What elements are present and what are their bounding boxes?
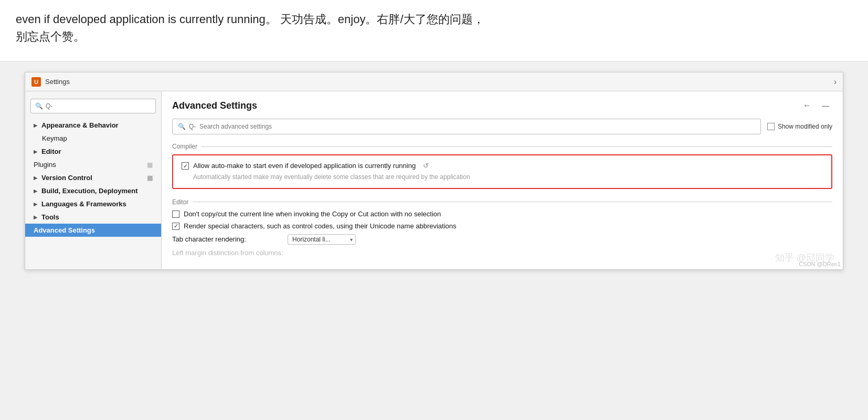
- sidebar-item-label: Languages & Frameworks: [41, 200, 126, 208]
- sidebar-item-build-execution[interactable]: ▶ Build, Execution, Deployment: [25, 184, 161, 197]
- top-line2: 别忘点个赞。: [16, 28, 852, 45]
- show-modified-row: Show modified only: [767, 123, 832, 130]
- copy-cut-checkbox[interactable]: [172, 211, 179, 218]
- chevron-right-icon: ▶: [34, 202, 37, 207]
- main-header: Advanced Settings ← —: [172, 100, 832, 111]
- compiler-checkbox-row: Allow auto-make to start even if develop…: [182, 162, 823, 170]
- editor-checkbox-row-2: Render special characters, such as contr…: [172, 222, 832, 230]
- compiler-section: Compiler Allow auto-make to start even i…: [172, 143, 832, 189]
- tab-rendering-select[interactable]: Horizontal li...: [288, 234, 356, 245]
- sidebar-item-keymap[interactable]: Keymap: [25, 132, 161, 145]
- sidebar-item-appearance[interactable]: ▶ Appearance & Behavior: [25, 119, 161, 132]
- sidebar-item-advanced-settings[interactable]: Advanced Settings: [25, 224, 161, 237]
- partial-label: Left margin distinction from columns:: [172, 249, 283, 257]
- copy-cut-label: Don't copy/cut the current line when inv…: [184, 210, 441, 218]
- tab-rendering-label: Tab character rendering:: [172, 235, 288, 243]
- sidebar-item-languages[interactable]: ▶ Languages & Frameworks: [25, 197, 161, 211]
- app-icon: U: [31, 77, 41, 87]
- page-title: Advanced Settings: [172, 100, 800, 111]
- advanced-search-input[interactable]: [189, 123, 755, 130]
- compiler-highlight-box: Allow auto-make to start even if develop…: [172, 154, 832, 189]
- auto-make-label: Allow auto-make to start even if develop…: [193, 162, 416, 170]
- header-actions: ← —: [800, 100, 832, 111]
- plugin-indicator-icon: ▦: [147, 161, 153, 169]
- chevron-right-icon: ▶: [34, 215, 37, 220]
- sidebar: 🔍 ▶ Appearance & Behavior Keymap ▶ Edito…: [25, 91, 162, 269]
- partial-row: Left margin distinction from columns:: [172, 249, 832, 257]
- compiler-checkbox-description: Automatically started make may eventuall…: [193, 173, 823, 182]
- page-top-text: even if developed application is current…: [0, 0, 868, 61]
- reset-icon[interactable]: ↺: [423, 162, 429, 170]
- compiler-section-label: Compiler: [172, 143, 202, 150]
- plugin-indicator-icon: ▦: [147, 174, 153, 182]
- search-bar-row: 🔍 Show modified only: [172, 119, 832, 134]
- chevron-right-icon: ▶: [34, 175, 37, 181]
- section-divider: [193, 202, 832, 202]
- titlebar: U Settings ›: [25, 72, 843, 91]
- section-divider: [202, 146, 832, 147]
- chevron-right-icon: ▶: [34, 123, 37, 128]
- sidebar-item-version-control[interactable]: ▶ Version Control ▦: [25, 171, 161, 184]
- render-special-label: Render special characters, such as contr…: [184, 222, 457, 230]
- search-icon: 🔍: [178, 123, 186, 130]
- editor-section-header: Editor: [172, 198, 832, 206]
- settings-body: 🔍 ▶ Appearance & Behavior Keymap ▶ Edito…: [25, 91, 843, 269]
- show-modified-checkbox[interactable]: [767, 123, 775, 130]
- sidebar-item-label: Keymap: [42, 134, 67, 142]
- sidebar-item-editor[interactable]: ▶ Editor: [25, 145, 161, 158]
- compiler-section-header: Compiler: [172, 143, 832, 150]
- render-special-checkbox[interactable]: [172, 223, 179, 230]
- back-button[interactable]: ←: [800, 100, 814, 111]
- sidebar-search-input[interactable]: [46, 102, 151, 110]
- forward-button[interactable]: —: [819, 100, 832, 111]
- sidebar-item-label: Build, Execution, Deployment: [41, 187, 137, 195]
- sidebar-item-plugins[interactable]: Plugins ▦: [25, 158, 161, 171]
- tab-rendering-dropdown-wrapper[interactable]: Horizontal li...: [288, 234, 356, 245]
- close-button[interactable]: ›: [834, 77, 837, 87]
- show-modified-label: Show modified only: [778, 123, 832, 130]
- editor-section-label: Editor: [172, 198, 193, 206]
- sidebar-item-label: Tools: [41, 213, 59, 221]
- sidebar-item-label: Version Control: [41, 174, 92, 182]
- sidebar-item-label: Plugins: [34, 161, 56, 169]
- sidebar-item-tools[interactable]: ▶ Tools: [25, 211, 161, 224]
- advanced-search-bar[interactable]: 🔍: [172, 119, 761, 134]
- tab-rendering-row: Tab character rendering: Horizontal li..…: [172, 234, 832, 245]
- top-line1: even if developed application is current…: [16, 10, 852, 28]
- sidebar-item-label: Editor: [41, 148, 61, 155]
- titlebar-title: Settings: [45, 78, 70, 86]
- editor-checkbox-row-1: Don't copy/cut the current line when inv…: [172, 210, 832, 218]
- sidebar-item-label: Appearance & Behavior: [41, 121, 119, 129]
- sidebar-search-box[interactable]: 🔍: [30, 99, 156, 113]
- auto-make-checkbox[interactable]: [182, 162, 189, 170]
- sidebar-item-label: Advanced Settings: [34, 226, 95, 234]
- csdn-label: CSDN @DRen1: [799, 261, 841, 267]
- settings-window: U Settings › 🔍 ▶ Appearance & Behavior K…: [25, 72, 843, 270]
- chevron-right-icon: ▶: [34, 149, 37, 154]
- editor-section: Editor Don't copy/cut the current line w…: [172, 198, 832, 257]
- chevron-right-icon: ▶: [34, 188, 37, 194]
- sidebar-search-icon: 🔍: [35, 102, 43, 110]
- main-content: Advanced Settings ← — 🔍 Show modified on…: [162, 91, 843, 269]
